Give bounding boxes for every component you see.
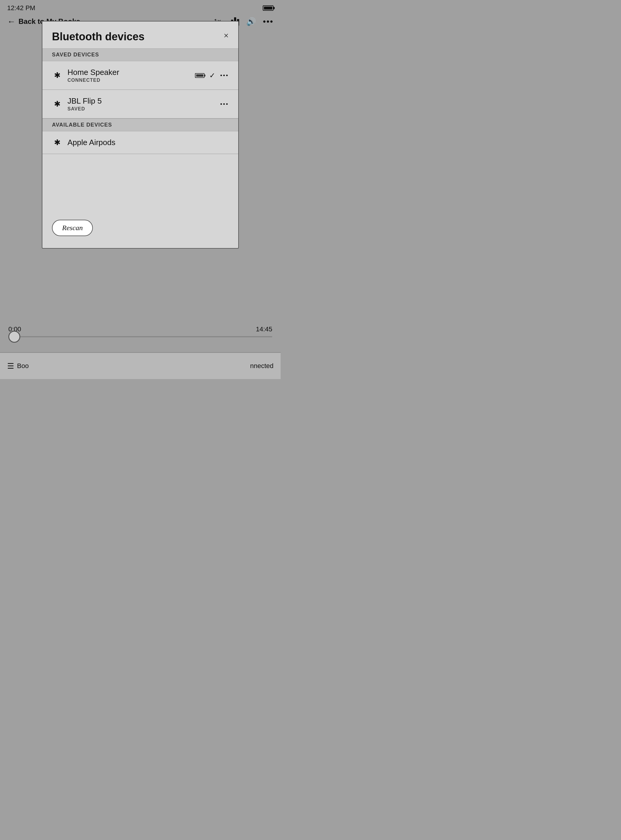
device-item-jbl-flip5[interactable]: ✱ JBL Flip 5 SAVED •••	[42, 90, 238, 118]
modal-close-button[interactable]: ×	[224, 31, 229, 40]
progress-thumb[interactable]	[8, 331, 20, 343]
home-speaker-actions: ✓ •••	[195, 71, 229, 80]
progress-area: 0:00 14:45	[0, 325, 281, 337]
status-time: 12:42 PM	[7, 4, 35, 12]
bluetooth-icon-home-speaker: ✱	[52, 71, 63, 80]
rescan-container: Rescan	[42, 220, 238, 239]
home-speaker-more-button[interactable]: •••	[220, 72, 229, 79]
modal-title: Bluetooth devices	[52, 30, 144, 43]
list-icon[interactable]: ☰	[7, 362, 14, 371]
toolbar-right: nnected	[250, 362, 274, 370]
status-bar: 12:42 PM	[0, 0, 281, 15]
bluetooth-icon-airpods: ✱	[52, 138, 63, 147]
bottom-toolbar: ☰ Boo nnected	[0, 352, 281, 379]
jbl-info: JBL Flip 5 SAVED	[67, 97, 220, 112]
rescan-button[interactable]: Rescan	[52, 220, 93, 236]
back-arrow-icon: ←	[7, 17, 15, 26]
home-speaker-name: Home Speaker	[67, 68, 195, 77]
bluetooth-modal: Bluetooth devices × SAVED DEVICES ✱ Home…	[42, 21, 239, 249]
time-row: 0:00 14:45	[7, 325, 274, 333]
device-item-home-speaker[interactable]: ✱ Home Speaker CONNECTED ✓ •••	[42, 61, 238, 90]
time-end: 14:45	[256, 325, 272, 333]
airpods-name: Apple Airpods	[67, 138, 229, 147]
jbl-more-button[interactable]: •••	[220, 100, 229, 108]
toolbar-book-text: Boo	[17, 362, 29, 370]
jbl-status: SAVED	[67, 106, 220, 112]
home-speaker-info: Home Speaker CONNECTED	[67, 68, 195, 83]
airpods-info: Apple Airpods	[67, 138, 229, 147]
available-devices-header: AVAILABLE DEVICES	[42, 118, 238, 131]
modal-header: Bluetooth devices ×	[42, 21, 238, 48]
connected-checkmark-icon: ✓	[209, 71, 215, 80]
device-item-airpods[interactable]: ✱ Apple Airpods	[42, 131, 238, 154]
home-speaker-battery-icon	[195, 73, 204, 78]
home-speaker-status: CONNECTED	[67, 78, 195, 83]
jbl-actions: •••	[220, 100, 229, 108]
toolbar-left: ☰ Boo	[7, 362, 29, 371]
modal-container: Bluetooth devices × SAVED DEVICES ✱ Home…	[42, 21, 239, 249]
volume-icon[interactable]: 🔊	[246, 17, 256, 26]
bluetooth-icon-jbl: ✱	[52, 99, 63, 109]
more-options-button[interactable]: •••	[263, 17, 274, 26]
modal-spacer	[42, 154, 238, 220]
progress-track[interactable]	[8, 336, 272, 337]
jbl-name: JBL Flip 5	[67, 97, 220, 106]
battery-icon	[263, 5, 274, 11]
toolbar-connected-text: nnected	[250, 362, 274, 369]
saved-devices-header: SAVED DEVICES	[42, 48, 238, 61]
